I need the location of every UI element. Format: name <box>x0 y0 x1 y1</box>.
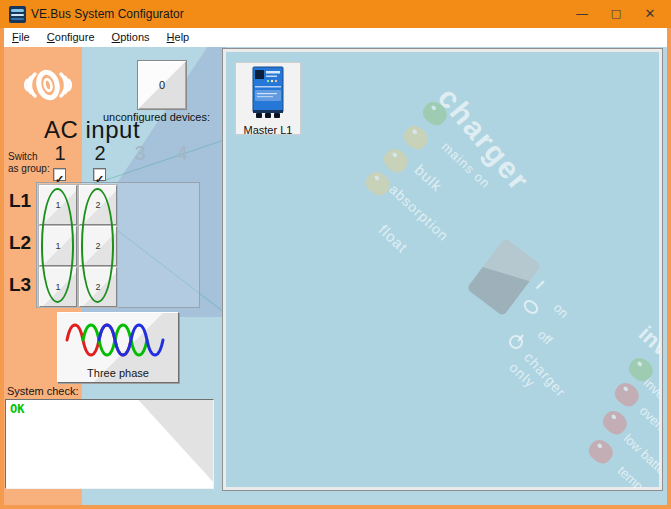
off-symbol-icon <box>521 297 541 316</box>
device-label: Master L1 <box>236 124 300 136</box>
ac-input-title: AC input <box>44 116 140 144</box>
watermark-off: off <box>535 327 556 348</box>
phase-assignment-grid: 1 2 1 2 1 2 <box>36 182 200 308</box>
watermark-bulk: bulk <box>411 161 446 195</box>
app-icon-wave <box>11 14 24 16</box>
group-ellipse-ac2 <box>81 188 114 303</box>
switch-label-line1: Switch <box>8 151 37 162</box>
phase-row-label-l2: L2 <box>9 232 31 254</box>
ac-column-3-disabled: 3 <box>129 142 151 165</box>
led-overload-icon <box>611 379 643 411</box>
watermark-switch-i: I <box>533 277 548 292</box>
app-window: VE.Bus System Configurator — □ ✕ File Co… <box>0 0 671 509</box>
app-icon-wave <box>11 18 24 20</box>
three-phase-button[interactable]: Three phase <box>57 312 179 383</box>
group-ellipse-ac1 <box>41 188 74 303</box>
menu-configure[interactable]: Configure <box>40 28 102 47</box>
led-low-battery-icon <box>599 407 631 439</box>
background-triangle <box>6 400 213 488</box>
watermark-on: on <box>551 300 572 321</box>
menu-help[interactable]: Help <box>160 28 197 47</box>
switch-as-group-label: Switch as group: <box>8 151 50 175</box>
ac-column-2: 2 <box>89 142 111 165</box>
unconfigured-devices-button[interactable]: 0 <box>137 60 187 110</box>
app-icon-wave <box>11 9 24 12</box>
led-absorption-icon <box>380 145 412 177</box>
three-phase-waves-icon <box>63 317 175 363</box>
app-icon <box>9 6 26 23</box>
led-bulk-icon <box>400 122 432 154</box>
switch-group-checkbox-1[interactable]: ✓ <box>53 168 66 181</box>
three-phase-label: Three phase <box>58 367 178 379</box>
menu-file[interactable]: File <box>4 28 37 47</box>
system-check-label: System check: <box>7 385 79 397</box>
device-master-l1[interactable]: Master L1 <box>235 62 301 135</box>
victron-logo <box>22 58 74 110</box>
menu-bar: File Configure Options Help <box>4 28 667 47</box>
system-check-status: OK <box>10 402 24 416</box>
watermark-float: float <box>375 221 411 256</box>
multiplus-device-icon <box>248 66 288 120</box>
phase-row-label-l3: L3 <box>9 274 31 296</box>
switch-group-checkbox-2[interactable]: ✓ <box>93 168 106 181</box>
device-canvas[interactable]: charger mains on bulk absorption float I… <box>222 48 663 491</box>
menu-options[interactable]: Options <box>105 28 157 47</box>
client-area: 0 unconfigured devices: AC input 1 2 3 4… <box>4 47 667 505</box>
title-bar[interactable]: VE.Bus System Configurator — □ ✕ <box>0 0 671 28</box>
system-check-output: OK <box>5 399 214 489</box>
power-symbol-icon <box>506 332 526 352</box>
maximize-button[interactable]: □ <box>599 0 633 28</box>
led-temperature-icon <box>585 436 617 468</box>
ac-column-4-disabled: 4 <box>171 142 193 165</box>
window-controls: — □ ✕ <box>565 0 667 28</box>
switch-label-line2: as group: <box>8 163 50 174</box>
device-canvas-inner: charger mains on bulk absorption float I… <box>227 53 660 488</box>
phase-row-label-l1: L1 <box>9 190 31 212</box>
ac-column-1: 1 <box>49 142 71 165</box>
minimize-button[interactable]: — <box>565 0 599 28</box>
window-title: VE.Bus System Configurator <box>31 7 184 21</box>
close-button[interactable]: ✕ <box>633 0 667 28</box>
